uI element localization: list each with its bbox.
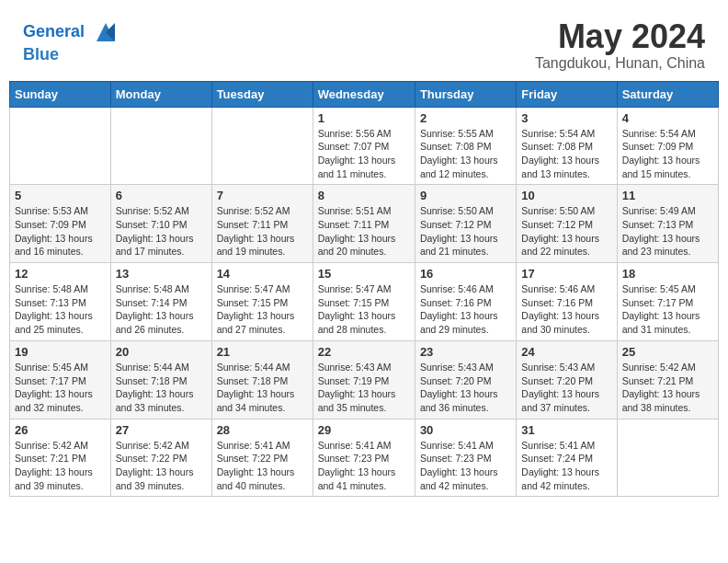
day-number: 30 bbox=[420, 423, 511, 437]
day-info: Sunrise: 5:41 AM Sunset: 7:23 PM Dayligh… bbox=[420, 439, 511, 493]
calendar-week-row: 12Sunrise: 5:48 AM Sunset: 7:13 PM Dayli… bbox=[10, 263, 719, 341]
day-info: Sunrise: 5:49 AM Sunset: 7:13 PM Dayligh… bbox=[622, 204, 713, 259]
day-info: Sunrise: 5:43 AM Sunset: 7:19 PM Dayligh… bbox=[318, 361, 410, 415]
day-info: Sunrise: 5:44 AM Sunset: 7:18 PM Dayligh… bbox=[116, 361, 207, 415]
day-number: 1 bbox=[318, 111, 410, 125]
day-number: 2 bbox=[420, 111, 511, 125]
weekday-header: Monday bbox=[110, 81, 211, 107]
calendar-cell: 30Sunrise: 5:41 AM Sunset: 7:23 PM Dayli… bbox=[415, 419, 516, 497]
day-info: Sunrise: 5:42 AM Sunset: 7:22 PM Dayligh… bbox=[116, 439, 207, 493]
calendar-week-row: 26Sunrise: 5:42 AM Sunset: 7:21 PM Dayli… bbox=[10, 419, 719, 497]
calendar-cell: 11Sunrise: 5:49 AM Sunset: 7:13 PM Dayli… bbox=[617, 185, 718, 263]
day-number: 16 bbox=[420, 267, 511, 281]
calendar-cell: 16Sunrise: 5:46 AM Sunset: 7:16 PM Dayli… bbox=[415, 263, 516, 341]
day-number: 15 bbox=[318, 267, 410, 281]
weekday-header: Friday bbox=[517, 81, 617, 107]
day-info: Sunrise: 5:41 AM Sunset: 7:23 PM Dayligh… bbox=[318, 439, 410, 493]
day-number: 8 bbox=[318, 189, 410, 202]
calendar-cell: 28Sunrise: 5:41 AM Sunset: 7:22 PM Dayli… bbox=[211, 419, 313, 497]
day-info: Sunrise: 5:42 AM Sunset: 7:21 PM Dayligh… bbox=[622, 361, 713, 415]
day-number: 23 bbox=[420, 345, 511, 359]
day-info: Sunrise: 5:52 AM Sunset: 7:10 PM Dayligh… bbox=[116, 204, 207, 259]
day-info: Sunrise: 5:45 AM Sunset: 7:17 PM Dayligh… bbox=[15, 361, 106, 415]
calendar-week-row: 19Sunrise: 5:45 AM Sunset: 7:17 PM Dayli… bbox=[10, 340, 719, 419]
logo-icon bbox=[92, 18, 119, 46]
calendar-cell: 13Sunrise: 5:48 AM Sunset: 7:14 PM Dayli… bbox=[110, 263, 211, 341]
day-number: 3 bbox=[521, 111, 611, 125]
page-header: General Blue May 2024 Tangdukou, Hunan, … bbox=[9, 9, 719, 76]
day-number: 6 bbox=[116, 189, 207, 202]
calendar-cell: 21Sunrise: 5:44 AM Sunset: 7:18 PM Dayli… bbox=[211, 340, 313, 419]
day-number: 9 bbox=[420, 189, 511, 202]
calendar-cell bbox=[10, 107, 111, 185]
logo-general: General bbox=[23, 22, 85, 40]
day-number: 13 bbox=[116, 267, 207, 281]
day-number: 21 bbox=[217, 345, 308, 359]
day-number: 4 bbox=[622, 111, 713, 125]
day-number: 31 bbox=[521, 423, 611, 437]
day-info: Sunrise: 5:50 AM Sunset: 7:12 PM Dayligh… bbox=[420, 204, 511, 259]
calendar-cell: 12Sunrise: 5:48 AM Sunset: 7:13 PM Dayli… bbox=[10, 263, 111, 341]
day-number: 26 bbox=[15, 423, 106, 437]
calendar-cell: 24Sunrise: 5:43 AM Sunset: 7:20 PM Dayli… bbox=[517, 340, 617, 419]
calendar-cell: 14Sunrise: 5:47 AM Sunset: 7:15 PM Dayli… bbox=[211, 263, 313, 341]
day-info: Sunrise: 5:50 AM Sunset: 7:12 PM Dayligh… bbox=[521, 204, 611, 259]
logo: General Blue bbox=[23, 18, 119, 64]
calendar-cell: 15Sunrise: 5:47 AM Sunset: 7:15 PM Dayli… bbox=[313, 263, 415, 341]
calendar-cell: 23Sunrise: 5:43 AM Sunset: 7:20 PM Dayli… bbox=[415, 340, 516, 419]
day-number: 24 bbox=[521, 345, 611, 359]
calendar-cell bbox=[617, 419, 718, 497]
weekday-header: Thursday bbox=[415, 81, 516, 107]
calendar-cell: 5Sunrise: 5:53 AM Sunset: 7:09 PM Daylig… bbox=[10, 185, 111, 263]
calendar-header-row: SundayMondayTuesdayWednesdayThursdayFrid… bbox=[10, 81, 719, 107]
calendar-cell bbox=[110, 107, 211, 185]
day-number: 14 bbox=[217, 267, 308, 281]
day-number: 27 bbox=[116, 423, 207, 437]
day-number: 29 bbox=[318, 423, 410, 437]
day-info: Sunrise: 5:54 AM Sunset: 7:08 PM Dayligh… bbox=[521, 127, 611, 181]
weekday-header: Sunday bbox=[10, 81, 111, 107]
calendar-cell: 18Sunrise: 5:45 AM Sunset: 7:17 PM Dayli… bbox=[617, 263, 718, 341]
day-info: Sunrise: 5:44 AM Sunset: 7:18 PM Dayligh… bbox=[217, 361, 308, 415]
day-info: Sunrise: 5:48 AM Sunset: 7:13 PM Dayligh… bbox=[15, 282, 106, 337]
day-info: Sunrise: 5:45 AM Sunset: 7:17 PM Dayligh… bbox=[622, 282, 713, 337]
weekday-header: Tuesday bbox=[211, 81, 313, 107]
calendar-week-row: 5Sunrise: 5:53 AM Sunset: 7:09 PM Daylig… bbox=[10, 185, 719, 263]
day-number: 22 bbox=[318, 345, 410, 359]
calendar-cell: 10Sunrise: 5:50 AM Sunset: 7:12 PM Dayli… bbox=[517, 185, 617, 263]
day-info: Sunrise: 5:42 AM Sunset: 7:21 PM Dayligh… bbox=[15, 439, 106, 493]
day-info: Sunrise: 5:47 AM Sunset: 7:15 PM Dayligh… bbox=[318, 282, 410, 337]
calendar-cell: 31Sunrise: 5:41 AM Sunset: 7:24 PM Dayli… bbox=[517, 419, 617, 497]
title-block: May 2024 Tangdukou, Hunan, China bbox=[535, 18, 705, 72]
day-info: Sunrise: 5:51 AM Sunset: 7:11 PM Dayligh… bbox=[318, 204, 410, 259]
calendar-cell: 2Sunrise: 5:55 AM Sunset: 7:08 PM Daylig… bbox=[415, 107, 516, 185]
day-info: Sunrise: 5:54 AM Sunset: 7:09 PM Dayligh… bbox=[622, 127, 713, 181]
calendar-cell: 9Sunrise: 5:50 AM Sunset: 7:12 PM Daylig… bbox=[415, 185, 516, 263]
day-info: Sunrise: 5:48 AM Sunset: 7:14 PM Dayligh… bbox=[116, 282, 207, 337]
calendar-cell: 8Sunrise: 5:51 AM Sunset: 7:11 PM Daylig… bbox=[313, 185, 415, 263]
day-info: Sunrise: 5:41 AM Sunset: 7:22 PM Dayligh… bbox=[217, 439, 308, 493]
calendar-cell: 4Sunrise: 5:54 AM Sunset: 7:09 PM Daylig… bbox=[617, 107, 718, 185]
day-info: Sunrise: 5:43 AM Sunset: 7:20 PM Dayligh… bbox=[420, 361, 511, 415]
day-info: Sunrise: 5:41 AM Sunset: 7:24 PM Dayligh… bbox=[521, 439, 611, 493]
day-number: 5 bbox=[15, 189, 106, 202]
calendar-cell: 1Sunrise: 5:56 AM Sunset: 7:07 PM Daylig… bbox=[313, 107, 415, 185]
day-number: 10 bbox=[521, 189, 611, 202]
day-info: Sunrise: 5:53 AM Sunset: 7:09 PM Dayligh… bbox=[15, 204, 106, 259]
day-number: 17 bbox=[521, 267, 611, 281]
calendar-cell: 26Sunrise: 5:42 AM Sunset: 7:21 PM Dayli… bbox=[10, 419, 111, 497]
day-number: 28 bbox=[217, 423, 308, 437]
calendar-cell: 17Sunrise: 5:46 AM Sunset: 7:16 PM Dayli… bbox=[517, 263, 617, 341]
weekday-header: Wednesday bbox=[313, 81, 415, 107]
day-info: Sunrise: 5:43 AM Sunset: 7:20 PM Dayligh… bbox=[521, 361, 611, 415]
calendar-cell: 19Sunrise: 5:45 AM Sunset: 7:17 PM Dayli… bbox=[10, 340, 111, 419]
calendar-cell: 7Sunrise: 5:52 AM Sunset: 7:11 PM Daylig… bbox=[211, 185, 313, 263]
day-info: Sunrise: 5:52 AM Sunset: 7:11 PM Dayligh… bbox=[217, 204, 308, 259]
calendar-cell: 3Sunrise: 5:54 AM Sunset: 7:08 PM Daylig… bbox=[517, 107, 617, 185]
day-info: Sunrise: 5:46 AM Sunset: 7:16 PM Dayligh… bbox=[420, 282, 511, 337]
calendar-cell: 22Sunrise: 5:43 AM Sunset: 7:19 PM Dayli… bbox=[313, 340, 415, 419]
calendar-cell: 20Sunrise: 5:44 AM Sunset: 7:18 PM Dayli… bbox=[110, 340, 211, 419]
day-number: 20 bbox=[116, 345, 207, 359]
day-number: 12 bbox=[15, 267, 106, 281]
calendar-cell: 25Sunrise: 5:42 AM Sunset: 7:21 PM Dayli… bbox=[617, 340, 718, 419]
